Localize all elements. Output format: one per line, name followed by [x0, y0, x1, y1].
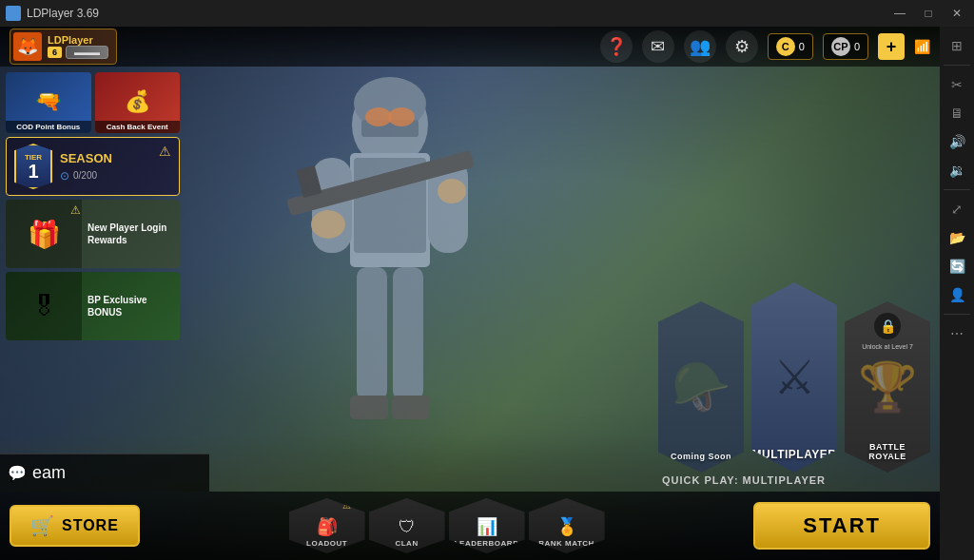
game-area: 🦊 LDPlayer 6 ▬▬▬ ❓ ✉ 👥 ⚙ C 0 CP — [0, 27, 940, 560]
title-bar: LDPlayer 3.69 — □ ✕ — [0, 0, 974, 27]
start-label: START — [803, 513, 881, 537]
mail-icon[interactable]: ✉ — [642, 30, 674, 63]
wifi-icon: 📶 — [914, 39, 930, 54]
xp-badge: ▬▬▬ — [66, 46, 108, 59]
team-chat-icon: 💬 — [8, 464, 27, 482]
svg-rect-16 — [392, 396, 430, 419]
sidebar-volume-down-icon[interactable]: 🔉 — [944, 157, 970, 183]
maximize-button[interactable]: □ — [915, 0, 942, 27]
promo-cashback[interactable]: 💰 Cash Back Event — [95, 72, 181, 133]
rank-match-button[interactable]: 🏅 RANK MATCH — [529, 498, 605, 553]
loadout-button[interactable]: 🎒 LOADOUT ⚠ — [289, 498, 365, 553]
store-label: STORE — [62, 517, 119, 534]
mode-coming-soon[interactable]: 🪖 Coming Soon — [658, 301, 744, 473]
store-cart-icon: 🛒 — [30, 514, 54, 537]
xp-icon: ⊙ — [60, 169, 69, 183]
team-input-wrap: 💬 — [0, 454, 209, 492]
close-button[interactable]: ✕ — [944, 0, 970, 27]
login-rewards-title: New Player Login Rewards — [88, 222, 174, 246]
multiplayer-bg: ⚔ — [751, 282, 837, 473]
sidebar-scissors-icon[interactable]: ✂ — [944, 71, 970, 98]
start-button[interactable]: START — [753, 502, 930, 550]
tier-badge: TIER 1 — [14, 144, 52, 189]
mode-multiplayer[interactable]: ⚔ MULTIPLAYER — [751, 282, 837, 473]
settings-icon[interactable]: ⚙ — [726, 30, 758, 63]
login-warning-icon: ⚠ — [70, 203, 81, 217]
svg-point-3 — [365, 107, 392, 126]
bp-bonus-card[interactable]: 🎖 BP Exclusive BONUS — [6, 272, 180, 340]
add-currency-button[interactable]: + — [878, 33, 905, 60]
right-sidebar: ⊞ ✂ 🖥 🔊 🔉 ⤢ 📂 🔄 👤 ⋯ — [940, 27, 974, 560]
bp-bonus-title: BP Exclusive BONUS — [88, 294, 174, 319]
sidebar-folder-icon[interactable]: 📂 — [944, 224, 970, 251]
avatar: 🦊 — [13, 32, 42, 61]
tier-number: 1 — [28, 162, 38, 181]
mode-cards: 🪖 Coming Soon ⚔ MULTIPLAYER 🏆 🔒 Unlock a… — [626, 67, 940, 492]
header-icons: ❓ ✉ 👥 ⚙ C 0 CP 0 + 📶 — [600, 30, 930, 63]
season-card[interactable]: TIER 1 SEASON ⊙ 0/200 ⚠ — [6, 137, 180, 196]
top-header: 🦊 LDPlayer 6 ▬▬▬ ❓ ✉ 👥 ⚙ C 0 CP — [0, 27, 940, 67]
window-controls: — □ ✕ — [886, 0, 970, 27]
cp-currency-box[interactable]: CP 0 — [823, 33, 868, 60]
bp-bonus-bg: 🎖 BP Exclusive BONUS — [6, 272, 180, 340]
sidebar-rotate-icon[interactable]: 🔄 — [944, 253, 970, 280]
login-rewards-info: New Player Login Rewards — [82, 216, 180, 252]
left-panel: 🔫 COD Point Bonus 💰 Cash Back Event TIER… — [0, 67, 185, 346]
season-label: SEASON — [60, 151, 171, 165]
mode-battle-royale[interactable]: 🏆 🔒 Unlock at Level 7 BATTLEROYALE — [845, 301, 930, 473]
player-profile[interactable]: 🦊 LDPlayer 6 ▬▬▬ — [10, 29, 117, 65]
loadout-icon: 🎒 — [317, 516, 338, 537]
cp-value: 0 — [854, 41, 860, 52]
login-rewards-bg: 🎁 New Player Login Rewards — [6, 200, 180, 268]
battle-royale-unlock-text: Unlock at Level 7 — [862, 343, 913, 350]
app-icon — [6, 6, 21, 21]
clan-button[interactable]: 🛡 CLAN — [369, 498, 445, 553]
login-rewards-card[interactable]: 🎁 New Player Login Rewards ⚠ — [6, 200, 180, 268]
svg-rect-10 — [393, 267, 423, 400]
loadout-label: LOADOUT — [306, 539, 347, 548]
bp-bonus-info: BP Exclusive BONUS — [82, 288, 180, 324]
friends-icon[interactable]: 👥 — [684, 30, 716, 63]
cod-value: 0 — [799, 41, 805, 52]
season-xp-value: 0/200 — [73, 170, 97, 181]
store-button[interactable]: 🛒 STORE — [10, 505, 140, 547]
bp-bonus-thumb: 🎖 — [6, 272, 82, 340]
coming-soon-bg: 🪖 — [658, 301, 744, 473]
cod-currency-icon: C — [776, 37, 795, 56]
sidebar-expand-icon[interactable]: ⤢ — [944, 196, 970, 222]
leaderboard-icon: 📊 — [477, 516, 497, 537]
battle-royale-lock-icon: 🔒 — [874, 313, 901, 339]
sidebar-screen-icon[interactable]: 🖥 — [944, 100, 970, 126]
app-title: LDPlayer 3.69 — [27, 7, 886, 20]
cod-currency-box[interactable]: C 0 — [768, 33, 813, 60]
bottom-bar: 🛒 STORE 🎒 LOADOUT ⚠ 🛡 CLAN 📊 LEADERBOARD — [0, 492, 940, 560]
hex-nav: 🎒 LOADOUT ⚠ 🛡 CLAN 📊 LEADERBOARD 🏅 RANK … — [146, 498, 748, 553]
loadout-badge: ⚠ — [342, 500, 351, 511]
svg-rect-15 — [350, 396, 388, 419]
rank-match-icon: 🏅 — [556, 516, 577, 537]
promo-cod-bonus[interactable]: 🔫 COD Point Bonus — [6, 72, 91, 133]
svg-point-4 — [388, 107, 415, 126]
cp-currency-icon: CP — [831, 37, 850, 56]
promo-cashback-icon: 💰 — [125, 89, 150, 114]
team-input[interactable] — [32, 463, 253, 483]
sidebar-volume-up-icon[interactable]: 🔊 — [944, 128, 970, 155]
player-level: 6 ▬▬▬ — [48, 46, 108, 59]
leaderboard-label: LEADERBOARD — [455, 539, 519, 548]
promo-banner: 🔫 COD Point Bonus 💰 Cash Back Event — [6, 72, 180, 133]
svg-point-13 — [311, 210, 345, 239]
sidebar-user-icon[interactable]: 👤 — [944, 281, 970, 308]
sidebar-more-icon[interactable]: ⋯ — [944, 320, 970, 347]
clan-label: CLAN — [395, 539, 418, 548]
sidebar-divider-3 — [944, 314, 971, 315]
sidebar-divider-2 — [944, 189, 971, 190]
promo-cashback-label: Cash Back Event — [95, 121, 181, 133]
quick-play-label: QUICK PLAY: MULTIPLAYER — [662, 474, 826, 486]
player-info: LDPlayer 6 ▬▬▬ — [48, 34, 108, 59]
sidebar-grid-icon[interactable]: ⊞ — [944, 32, 970, 59]
level-badge: 6 — [48, 47, 62, 58]
help-icon[interactable]: ❓ — [600, 30, 633, 63]
minimize-button[interactable]: — — [886, 0, 913, 27]
leaderboard-button[interactable]: 📊 LEADERBOARD — [449, 498, 525, 553]
promo-cod-label: COD Point Bonus — [6, 121, 91, 133]
